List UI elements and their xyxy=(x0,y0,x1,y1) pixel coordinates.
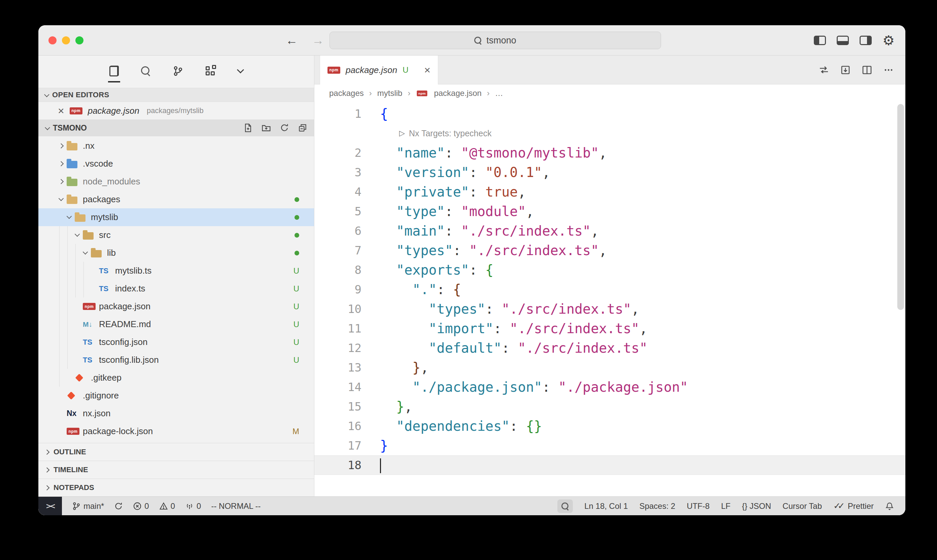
tree-item-tsconfig-lib-json[interactable]: TStsconfig.lib.jsonU xyxy=(38,351,314,369)
tree-item--nx[interactable]: .nx xyxy=(38,137,314,155)
code-line-16[interactable]: 16 "dependencies": {} xyxy=(314,416,905,436)
open-editors-header[interactable]: OPEN EDITORS xyxy=(38,88,314,102)
breadcrumb-item[interactable]: … xyxy=(495,89,503,98)
code-line-13[interactable]: 13 }, xyxy=(314,358,905,377)
navigate-back-button[interactable]: ← xyxy=(286,33,298,48)
settings-gear-button[interactable]: ⚙ xyxy=(883,34,895,47)
open-editor-item[interactable]: × npm package.json packages/mytslib U xyxy=(38,102,314,120)
breadcrumb-separator: › xyxy=(487,89,490,98)
code-token: : xyxy=(509,418,526,434)
extensions-view-button[interactable] xyxy=(204,61,217,82)
code-token xyxy=(380,165,396,180)
tree-item-nx-json[interactable]: Nxnx.json xyxy=(38,405,314,422)
tab-package-json[interactable]: npm package.json U × xyxy=(320,55,438,85)
navigate-forward-button[interactable]: → xyxy=(312,33,324,48)
indentation-setting[interactable]: Spaces: 2 xyxy=(640,502,675,511)
command-center-search[interactable]: tsmono xyxy=(329,32,661,49)
split-editor-icon[interactable] xyxy=(862,65,872,75)
tree-item-packages[interactable]: packages xyxy=(38,191,314,208)
code-line-7[interactable]: 7 "types": "./src/index.ts", xyxy=(314,241,905,260)
code-line-5[interactable]: 5 "type": "module", xyxy=(314,202,905,221)
encoding-setting[interactable]: UTF-8 xyxy=(686,502,709,511)
codelens[interactable]: ▷Nx Targets: typecheck xyxy=(314,123,905,143)
code-line-12[interactable]: 12 "default": "./src/index.ts" xyxy=(314,338,905,358)
cursor-position[interactable]: Ln 18, Col 1 xyxy=(584,502,628,511)
compare-changes-icon[interactable] xyxy=(819,65,829,75)
new-file-icon[interactable] xyxy=(243,123,253,132)
code-line-6[interactable]: 6 "main": "./src/index.ts", xyxy=(314,221,905,241)
breadcrumb-item[interactable]: package.json xyxy=(434,89,481,98)
explorer-view-button[interactable] xyxy=(108,61,120,82)
formatter-status[interactable]: ✓✓ Prettier xyxy=(833,501,874,511)
more-actions-icon[interactable] xyxy=(883,65,894,75)
tree-item-label: .vscode xyxy=(83,158,113,169)
eol-setting[interactable]: LF xyxy=(721,502,730,511)
breadcrumb-item[interactable]: mytslib xyxy=(377,89,403,98)
code-line-2[interactable]: 2 "name": "@tsmono/mytslib", xyxy=(314,143,905,163)
notifications-button[interactable] xyxy=(885,502,894,511)
tree-item-readme-md[interactable]: M↓README.mdU xyxy=(38,315,314,333)
code-line-9[interactable]: 9 ".": { xyxy=(314,280,905,299)
refresh-icon[interactable] xyxy=(280,123,289,132)
code-editor[interactable]: 1{▷Nx Targets: typecheck2 "name": "@tsmo… xyxy=(314,102,905,496)
tree-item-package-json[interactable]: npmpackage.jsonU xyxy=(38,297,314,315)
code-text: "types": "./src/index.ts", xyxy=(380,243,607,258)
branch-indicator[interactable]: main* xyxy=(72,502,104,511)
find-chip-button[interactable] xyxy=(557,499,573,513)
tree-item--gitignore[interactable]: .gitignore xyxy=(38,387,314,405)
broadcast-indicator[interactable]: 0 xyxy=(185,502,201,511)
toggle-bottom-panel-button[interactable] xyxy=(837,36,849,45)
minimize-window-button[interactable] xyxy=(62,36,70,45)
timeline-section-header[interactable]: TIMELINE xyxy=(38,461,314,478)
tree-item-mytslib[interactable]: mytslib xyxy=(38,208,314,226)
editor-scrollbar[interactable] xyxy=(897,104,904,310)
code-token: "./package.json" xyxy=(559,379,688,395)
vim-mode-indicator[interactable]: -- NORMAL -- xyxy=(211,502,260,511)
remote-indicator-button[interactable]: >< xyxy=(38,497,62,515)
toggle-right-panel-button[interactable] xyxy=(860,36,872,45)
problems-warnings[interactable]: 0 xyxy=(159,502,175,511)
warning-count: 0 xyxy=(171,502,175,511)
toggle-left-panel-button[interactable] xyxy=(814,36,826,45)
sync-changes-button[interactable] xyxy=(114,502,123,511)
tree-item-tsconfig-json[interactable]: TStsconfig.jsonU xyxy=(38,333,314,351)
code-token: "./src/index.ts" xyxy=(502,301,631,317)
tab-close-icon[interactable]: × xyxy=(424,65,431,75)
tree-item-index-ts[interactable]: TSindex.tsU xyxy=(38,280,314,297)
cursor-tab-toggle[interactable]: Cursor Tab xyxy=(783,502,822,511)
code-line-18[interactable]: 18 xyxy=(314,455,905,475)
collapse-all-icon[interactable] xyxy=(298,123,307,132)
breadcrumb-item[interactable]: packages xyxy=(329,89,364,98)
tree-item-node-modules[interactable]: node_modules xyxy=(38,173,314,191)
tree-item-mytslib-ts[interactable]: TSmytslib.tsU xyxy=(38,262,314,280)
notepads-section-header[interactable]: NOTEPADS xyxy=(38,478,314,496)
code-line-1[interactable]: 1{ xyxy=(314,104,905,123)
code-token: , xyxy=(631,301,640,317)
tree-item--gitkeep[interactable]: .gitkeep xyxy=(38,369,314,387)
zoom-window-button[interactable] xyxy=(75,36,83,45)
new-folder-icon[interactable] xyxy=(262,123,271,132)
tree-item-src[interactable]: src xyxy=(38,226,314,244)
outline-section-header[interactable]: OUTLINE xyxy=(38,443,314,461)
search-view-button[interactable] xyxy=(140,61,152,82)
explorer-section-header[interactable]: TSMONO xyxy=(38,120,314,136)
source-control-view-button[interactable] xyxy=(171,61,185,82)
code-line-8[interactable]: 8 "exports": { xyxy=(314,260,905,280)
code-line-10[interactable]: 10 "types": "./src/index.ts", xyxy=(314,299,905,319)
code-line-4[interactable]: 4 "private": true, xyxy=(314,182,905,202)
close-editor-icon[interactable]: × xyxy=(58,105,64,116)
code-line-14[interactable]: 14 "./package.json": "./package.json" xyxy=(314,377,905,397)
open-changes-icon[interactable] xyxy=(840,65,851,75)
code-line-3[interactable]: 3 "version": "0.0.1", xyxy=(314,163,905,182)
more-views-button[interactable] xyxy=(237,61,245,82)
code-line-11[interactable]: 11 "import": "./src/index.ts", xyxy=(314,319,905,338)
language-mode[interactable]: {} JSON xyxy=(742,502,771,511)
code-token: "." xyxy=(412,282,437,297)
close-window-button[interactable] xyxy=(48,36,57,45)
tree-item-package-lock-json[interactable]: npmpackage-lock.jsonM xyxy=(38,422,314,440)
code-line-15[interactable]: 15 }, xyxy=(314,397,905,416)
problems-errors[interactable]: 0 xyxy=(133,502,149,511)
tree-item-lib[interactable]: lib xyxy=(38,244,314,262)
tree-item--vscode[interactable]: .vscode xyxy=(38,155,314,173)
code-line-17[interactable]: 17} xyxy=(314,436,905,455)
